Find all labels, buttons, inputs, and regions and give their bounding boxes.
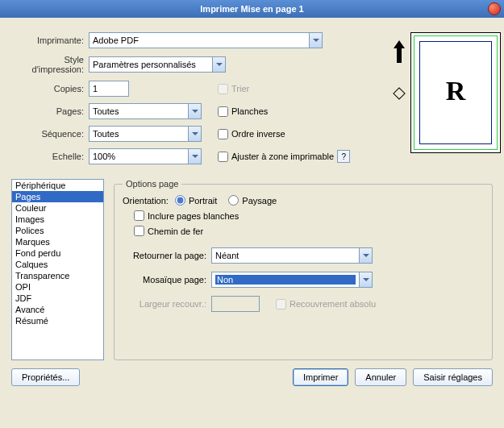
imprimer-button[interactable]: Imprimer [293,368,348,386]
page-preview: R [410,32,501,153]
list-item[interactable]: OPI [12,281,103,293]
window-title: Imprimer Mise en page 1 [200,4,303,14]
list-item[interactable]: JDF [12,293,103,304]
select-style[interactable]: Paramètres personnalisés [89,56,226,73]
select-imprimante[interactable]: Adobe PDF [89,32,323,48]
chevron-down-icon [188,149,201,164]
list-item[interactable]: Résumé [12,315,103,326]
chevron-down-icon [188,104,201,118]
checkbox-recouvrement [276,299,286,310]
svg-rect-0 [394,88,405,99]
chevron-down-icon [359,272,372,287]
annuler-button[interactable]: Annuler [355,368,406,386]
close-icon[interactable] [488,2,501,15]
label-copies: Copies: [11,84,89,93]
list-item[interactable]: Avancé [12,304,103,315]
select-mosaique[interactable]: Non [211,272,373,288]
label-sequence: Séquence: [11,129,89,139]
options-page-group: Options page Orientation: Portrait Paysa… [114,179,493,360]
select-sequence[interactable]: Toutes [89,126,202,142]
category-listbox[interactable]: PériphériquePagesCouleurImagesPolicesMar… [11,179,104,360]
label-style: Style d'impression: [11,55,89,74]
list-item[interactable]: Images [12,214,103,225]
checkbox-ajuster[interactable] [218,152,228,162]
checkbox-inclure-blanches[interactable] [134,210,144,221]
list-item[interactable]: Calques [12,259,103,270]
list-item[interactable]: Polices [12,225,103,236]
help-button[interactable]: ? [337,150,350,163]
chevron-down-icon [212,57,225,72]
checkbox-trier [218,84,228,94]
checkbox-planches[interactable] [218,106,228,117]
arrow-up-icon[interactable] [394,40,405,63]
checkbox-ordre-inverse[interactable] [218,129,228,139]
radio-portrait[interactable] [175,195,185,206]
select-echelle[interactable]: 100% [89,148,202,164]
chevron-down-icon [188,127,201,141]
saisir-button[interactable]: Saisir réglages [413,368,493,386]
label-echelle: Echelle: [11,152,89,161]
radio-paysage[interactable] [228,195,239,206]
checkbox-chemin-fer[interactable] [134,226,144,236]
list-item[interactable]: Fond perdu [12,247,103,259]
list-item[interactable]: Périphérique [12,180,103,191]
chevron-down-icon [359,248,372,263]
proprietes-button[interactable]: Propriétés... [11,368,80,386]
list-item[interactable]: Couleur [12,202,103,214]
label-retourner: Retourner la page: [123,251,211,260]
label-mosaique: Mosaïque page: [123,275,211,285]
select-pages[interactable]: Toutes [89,103,202,119]
list-item[interactable]: Pages [12,191,103,202]
title-bar: Imprimer Mise en page 1 [0,0,504,18]
label-pages: Pages: [11,106,89,116]
list-item[interactable]: Transparence [12,270,103,281]
chevron-down-icon [309,33,322,48]
select-retourner[interactable]: Néant [211,247,373,264]
list-item[interactable]: Marques [12,236,103,247]
input-copies[interactable]: 1 [89,81,129,97]
input-largeur [211,296,260,312]
preview-letter: R [446,76,466,106]
label-imprimante: Imprimante: [11,35,89,45]
options-legend: Options page [123,179,181,189]
label-orientation: Orientation: [123,196,175,206]
label-largeur: Largeur recouvr.: [123,299,211,309]
rotate-icon[interactable] [393,87,406,102]
